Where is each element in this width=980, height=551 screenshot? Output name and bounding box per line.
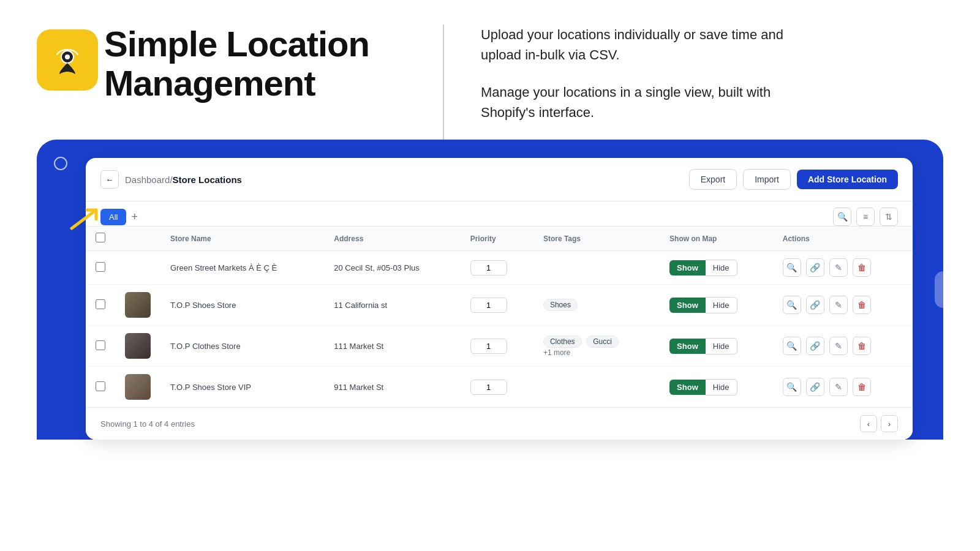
link-action-4[interactable]: 🔗 [806, 378, 824, 396]
table-row: T.O.P Shoes Store 11 California st Shoes… [86, 285, 913, 326]
export-button[interactable]: Export [689, 169, 737, 190]
store-image-2 [125, 292, 151, 318]
show-hide-2: Show Hide [669, 297, 763, 313]
pagination: ‹ › [860, 415, 898, 432]
row-checkbox-1[interactable] [96, 262, 105, 272]
store-name-2: T.O.P Shoes Store [160, 285, 324, 326]
tab-left: All + [100, 209, 138, 225]
store-name-3: T.O.P Clothes Store [160, 326, 324, 367]
hide-button-3[interactable]: Hide [706, 338, 737, 354]
showing-text: Showing 1 to 4 of 4 entries [100, 419, 195, 429]
scroll-indicator [935, 271, 952, 308]
address-1: 20 Cecil St, #05-03 Plus [324, 251, 460, 285]
col-priority: Priority [461, 227, 533, 251]
browser-dot [54, 157, 67, 170]
sort-icon-btn[interactable]: ⇅ [880, 208, 898, 226]
store-image-3 [125, 333, 151, 359]
col-actions: Actions [773, 227, 913, 251]
edit-action-4[interactable]: ✎ [829, 378, 848, 396]
import-button[interactable]: Import [743, 169, 791, 190]
description-1: Upload your locations individually or sa… [481, 24, 824, 65]
col-store-tags: Store Tags [533, 227, 660, 251]
tab-add-button[interactable]: + [131, 211, 138, 222]
search-action-2[interactable]: 🔍 [783, 296, 801, 314]
col-address: Address [324, 227, 460, 251]
header-actions: Export Import Add Store Location [689, 169, 898, 190]
tag-shoes: Shoes [543, 299, 578, 311]
page-title: Simple Location Management [104, 24, 369, 103]
address-3: 111 Market St [324, 326, 460, 367]
delete-action-2[interactable]: 🗑 [853, 296, 871, 314]
hide-button-4[interactable]: Hide [706, 379, 737, 395]
tab-right: 🔍 ≡ ⇅ [833, 208, 898, 226]
tag-more-3: +1 more [543, 348, 570, 357]
store-name-4: T.O.P Shoes Store VIP [160, 367, 324, 408]
svg-point-1 [65, 54, 70, 59]
search-icon-btn[interactable]: 🔍 [833, 208, 851, 226]
table-row: Green Street Markets À È Ç È 20 Cecil St… [86, 251, 913, 285]
locations-table: Store Name Address Priority Store Tags S… [86, 227, 913, 407]
tab-all[interactable]: All [100, 209, 126, 225]
card-header: ← Dashboard/Store Locations Export Impor… [86, 158, 913, 201]
hide-button-1[interactable]: Hide [706, 260, 737, 276]
row-checkbox-4[interactable] [96, 381, 105, 391]
priority-input-1[interactable] [470, 260, 507, 276]
add-store-button[interactable]: Add Store Location [797, 170, 898, 189]
search-action-3[interactable]: 🔍 [783, 337, 801, 355]
tags-2: Shoes [533, 285, 660, 326]
tab-bar: All + 🔍 ≡ ⇅ [86, 201, 913, 227]
edit-action-2[interactable]: ✎ [829, 296, 848, 314]
prev-page-button[interactable]: ‹ [860, 415, 877, 432]
link-action-3[interactable]: 🔗 [806, 337, 824, 355]
search-action-4[interactable]: 🔍 [783, 378, 801, 396]
app-logo [37, 29, 98, 91]
breadcrumb: ← Dashboard/Store Locations [100, 170, 242, 189]
delete-action-4[interactable]: 🗑 [853, 378, 871, 396]
link-action-1[interactable]: 🔗 [806, 258, 824, 277]
actions-4: 🔍 🔗 ✎ 🗑 [783, 378, 903, 396]
col-show-on-map: Show on Map [660, 227, 773, 251]
show-button-2[interactable]: Show [669, 298, 706, 313]
section-divider [443, 24, 444, 140]
show-hide-3: Show Hide [669, 338, 763, 354]
next-page-button[interactable]: › [881, 415, 898, 432]
filter-icon-btn[interactable]: ≡ [856, 208, 875, 226]
table-wrapper: Store Name Address Priority Store Tags S… [86, 227, 913, 407]
tags-4 [533, 367, 660, 408]
search-action-1[interactable]: 🔍 [783, 258, 801, 277]
delete-action-3[interactable]: 🗑 [853, 337, 871, 355]
back-button[interactable]: ← [100, 170, 119, 189]
row-checkbox-2[interactable] [96, 299, 105, 309]
store-image-4 [125, 374, 151, 400]
show-button-3[interactable]: Show [669, 339, 706, 354]
delete-action-1[interactable]: 🗑 [853, 258, 871, 277]
priority-input-2[interactable] [470, 298, 507, 313]
tag-gucci: Gucci [586, 335, 619, 348]
edit-action-3[interactable]: ✎ [829, 337, 848, 355]
hide-button-2[interactable]: Hide [706, 297, 737, 313]
row-checkbox-3[interactable] [96, 340, 105, 350]
table-row: T.O.P Shoes Store VIP 911 Market St Show… [86, 367, 913, 408]
priority-input-4[interactable] [470, 380, 507, 395]
dashboard-card: ← Dashboard/Store Locations Export Impor… [86, 158, 913, 440]
tags-1 [533, 251, 660, 285]
description-2: Manage your locations in a single view, … [481, 82, 824, 122]
show-hide-4: Show Hide [669, 379, 763, 395]
show-button-4[interactable]: Show [669, 380, 706, 395]
arrow-decoration [69, 207, 99, 231]
address-4: 911 Market St [324, 367, 460, 408]
actions-2: 🔍 🔗 ✎ 🗑 [783, 296, 903, 314]
link-action-2[interactable]: 🔗 [806, 296, 824, 314]
address-2: 11 California st [324, 285, 460, 326]
show-button-1[interactable]: Show [669, 260, 706, 276]
select-all-checkbox[interactable] [96, 233, 105, 242]
edit-action-1[interactable]: ✎ [829, 258, 848, 277]
tag-clothes: Clothes [543, 335, 582, 348]
priority-input-3[interactable] [470, 339, 507, 354]
breadcrumb-text: Dashboard/Store Locations [125, 174, 242, 185]
col-store-name: Store Name [160, 227, 324, 251]
browser-window: ← Dashboard/Store Locations Export Impor… [37, 140, 943, 440]
show-hide-1: Show Hide [669, 260, 763, 276]
store-name-1: Green Street Markets À È Ç È [160, 251, 324, 285]
table-footer: Showing 1 to 4 of 4 entries ‹ › [86, 407, 913, 440]
